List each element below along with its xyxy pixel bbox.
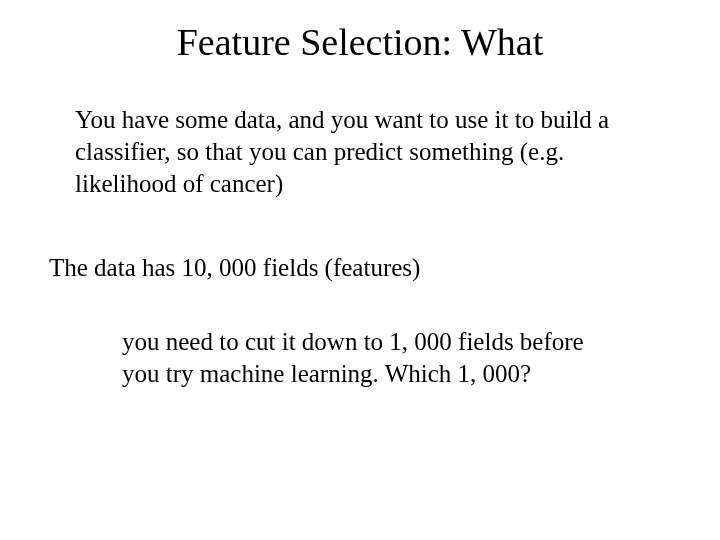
body-paragraph-2: The data has 10, 000 fields (features) xyxy=(49,252,649,284)
body-paragraph-3: you need to cut it down to 1, 000 fields… xyxy=(122,326,622,390)
slide-title: Feature Selection: What xyxy=(0,20,720,64)
body-paragraph-1: You have some data, and you want to use … xyxy=(75,104,635,200)
slide: Feature Selection: What You have some da… xyxy=(0,0,720,540)
